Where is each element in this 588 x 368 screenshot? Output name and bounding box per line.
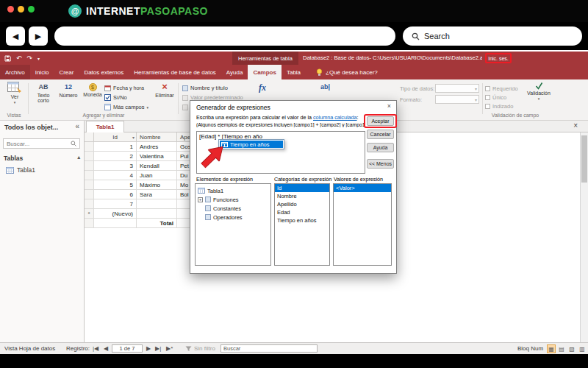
tree-item-constantes[interactable]: Constantes [196,204,270,213]
calculated-column-link[interactable]: columna calculada [313,114,357,121]
cell-nombre[interactable]: Máximo [137,180,177,190]
tree-item-tabla1[interactable]: Tabla1 [196,186,270,195]
vertical-scrollbar[interactable] [580,132,588,342]
formato-dropdown[interactable]: ▾ [435,95,479,104]
redo-icon[interactable]: ↷ [27,54,33,62]
row-selector[interactable] [85,161,94,171]
cell-nombre[interactable]: Sara [137,190,177,199]
row-selector[interactable] [85,219,94,228]
column-header-nombre[interactable]: Nombre [137,132,177,142]
cell-id[interactable]: 6 [94,190,137,199]
scrollbar-thumb[interactable] [581,135,587,183]
nav-item-tabla1[interactable]: Tabla1 [6,166,35,174]
fecha-hora-button[interactable]: Fecha y hora [104,83,148,93]
row-selector[interactable] [85,142,94,152]
datasheet-view-button[interactable]: ▦ [547,344,556,353]
tab-campos[interactable]: Campos [248,65,282,79]
tree-item-funciones[interactable]: + Funciones [196,195,270,204]
cell-nombre[interactable] [137,199,177,209]
cell-nombre[interactable]: Andres [137,142,177,152]
row-selector[interactable] [85,171,94,180]
close-icon[interactable]: × [387,102,391,110]
back-button[interactable]: ◀ [6,26,25,46]
cancelar-button[interactable]: Cancelar [367,130,394,139]
requerido-checkbox[interactable]: Requerido [485,84,518,93]
menos-button[interactable]: << Menos [367,159,394,169]
expand-icon[interactable]: + [198,197,203,202]
cell-id[interactable]: 4 [94,171,137,180]
signin-button[interactable]: Inic. ses. [485,53,512,63]
expression-elements-list[interactable]: Tabla1 + Funciones Constantes Operadores [195,183,271,266]
document-tab-tabla1[interactable]: Tabla1 [86,121,124,132]
chart-view-button[interactable]: ▧ [567,344,576,353]
list-item-valor[interactable]: <Valor> [334,184,391,192]
traffic-light-close-icon[interactable] [7,6,14,13]
list-item-edad[interactable]: Edad [275,208,329,216]
cell-id[interactable]: 5 [94,180,137,190]
tab-crear[interactable]: Crear [54,65,79,79]
unico-checkbox[interactable]: Único [485,93,518,102]
eliminar-button[interactable]: × Eliminar [153,82,176,98]
nav-pane-title[interactable]: Todos los objet... [4,124,58,131]
list-item-id[interactable]: Id [275,184,329,192]
tab-tabla[interactable]: Tabla [282,65,306,79]
tab-datos-externos[interactable]: Datos externos [79,65,129,79]
cell-id[interactable] [94,219,137,228]
list-item-tiempo[interactable]: Tiempo en años [275,216,329,224]
ayuda-button[interactable]: Ayuda [367,143,394,152]
cell-id[interactable]: 7 [94,199,137,209]
validacion-button[interactable]: Validación ▾ [523,82,554,101]
mas-campos-button[interactable]: Más campos ▾ [104,102,148,112]
shutter-collapse-icon[interactable]: « [75,122,79,130]
new-record-selector[interactable]: * [85,209,94,219]
tipo-datos-dropdown[interactable]: ▾ [435,84,479,93]
cell-nombre[interactable]: Juan [137,171,177,180]
record-first-icon[interactable]: |◀ [93,345,98,352]
autocomplete-item[interactable]: Tiempo en años [220,141,283,148]
tab-herramientas-bd[interactable]: Herramientas de base de datos [129,65,221,79]
record-search-input[interactable]: Buscar [220,344,318,353]
nav-search-input[interactable]: Buscar... [3,138,80,149]
row-selector[interactable] [85,152,94,161]
row-selector[interactable] [85,199,94,209]
cell-nombre[interactable] [137,209,177,219]
total-label[interactable]: Total [137,219,177,228]
traffic-light-minimize-icon[interactable] [18,6,24,13]
qat-dropdown-icon[interactable]: ▾ [37,56,40,61]
address-bar[interactable] [54,26,395,46]
cell-id[interactable]: 1 [94,142,137,152]
nombre-titulo-button[interactable]: Nombre y título [182,83,243,93]
column-header-id[interactable]: Id▾ [94,132,137,142]
list-item-nombre[interactable]: Nombre [275,192,329,200]
expression-values-list[interactable]: <Valor> [333,183,392,266]
cell-id[interactable]: 2 [94,152,137,161]
tab-inicio[interactable]: Inicio [30,65,54,79]
indizado-checkbox[interactable]: Indizado [485,102,518,110]
nav-group-tablas[interactable]: Tablas ▴ [4,155,80,162]
modify-expression-button[interactable]: fx [259,82,266,93]
traffic-light-maximize-icon[interactable] [28,6,35,13]
tell-me[interactable]: ¿Qué desea hacer? [316,65,378,79]
cell-id-new[interactable]: (Nuevo) [94,209,137,219]
forward-button[interactable]: ▶ [29,26,48,46]
memo-settings-button[interactable]: ab| [320,83,330,91]
ver-button[interactable]: Ver ▾ [3,82,26,105]
record-next-icon[interactable]: ▶ [146,345,151,352]
filter-status[interactable]: Sin filtro [194,345,215,352]
select-all-cell[interactable] [85,132,94,142]
sort-filter-icon[interactable]: ▾ [132,135,135,140]
save-icon[interactable] [4,55,11,62]
cell-nombre[interactable]: Kendall [137,161,177,171]
record-position-input[interactable]: 1 de 7 [112,344,143,353]
row-selector[interactable] [85,180,94,190]
tab-ayuda[interactable]: Ayuda [221,65,248,79]
undo-icon[interactable]: ↶ [16,54,22,62]
tab-archivo[interactable]: Archivo [0,65,30,79]
pivot-view-button[interactable]: ▤ [557,344,566,353]
design-view-button[interactable]: ▥ [578,344,587,353]
list-item-apellido[interactable]: Apellido [275,200,329,208]
texto-corto-button[interactable]: AB Texto corto [31,82,56,103]
numero-button[interactable]: 12 Número [57,82,79,98]
record-new-icon[interactable]: ▶* [166,345,173,352]
tree-item-operadores[interactable]: Operadores [196,213,270,222]
